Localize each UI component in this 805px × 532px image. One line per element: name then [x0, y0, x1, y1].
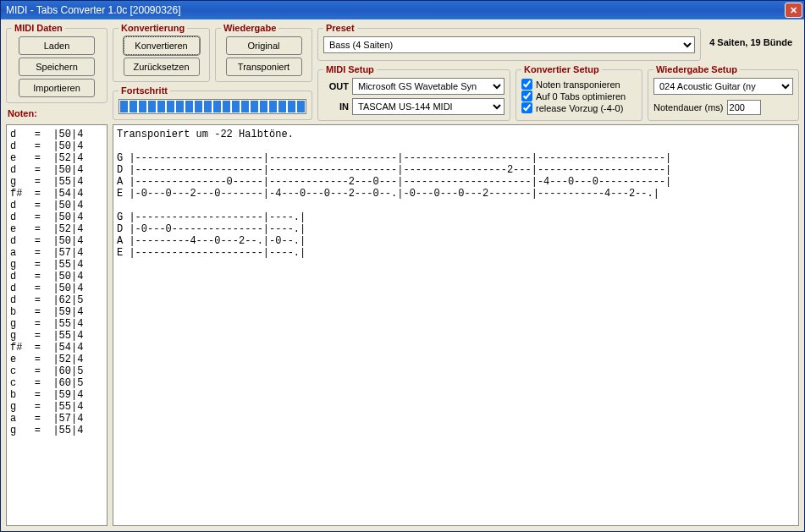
speichern-button[interactable]: Speichern [19, 58, 95, 76]
laden-button[interactable]: Laden [19, 36, 95, 55]
notendauer-input[interactable] [727, 100, 761, 115]
in-label: IN [323, 101, 349, 112]
content-area: MIDI Daten Laden Speichern Importieren N… [1, 19, 804, 531]
titlebar: MIDI - Tabs Converter 1.0c [20090326] ✕ [1, 1, 804, 19]
midi-setup-group: MIDI Setup OUT Microsoft GS Wavetable Sy… [317, 64, 510, 121]
release-vorzug-input[interactable] [521, 102, 532, 113]
tabs-pane[interactable]: Transponiert um -22 Halbtöne. G |-------… [113, 124, 799, 526]
preset-select[interactable]: Bass (4 Saiten) [323, 36, 695, 53]
window-title: MIDI - Tabs Converter 1.0c [20090326] [6, 4, 785, 16]
fortschritt-legend: Fortschritt [119, 85, 170, 96]
close-button[interactable]: ✕ [785, 3, 802, 18]
preset-legend: Preset [323, 23, 357, 33]
tabs-optimieren-input[interactable] [521, 90, 532, 101]
noten-label: Noten: [6, 105, 108, 118]
release-vorzug-checkbox[interactable]: release Vorzug (-4-0) [521, 102, 637, 113]
left-column: MIDI Daten Laden Speichern Importieren N… [6, 23, 108, 121]
fortschritt-group: Fortschritt [113, 85, 312, 120]
konvertierung-group: Konvertierung Konvertieren Zurücksetzen [113, 23, 210, 82]
preset-group: Preset Bass (4 Saiten) [317, 23, 701, 61]
konvertier-setup-group: Konvertier Setup Noten transponieren Auf… [516, 64, 642, 121]
close-icon: ✕ [790, 5, 797, 16]
progress-bar [119, 99, 306, 114]
original-button[interactable]: Original [226, 36, 302, 55]
konvertieren-button[interactable]: Konvertieren [124, 36, 200, 55]
main-panels: d = |50|4 d = |50|4 e = |52|4 d = |50|4 … [6, 124, 799, 526]
midi-out-select[interactable]: Microsoft GS Wavetable Syn [352, 78, 505, 95]
notes-pane[interactable]: d = |50|4 d = |50|4 e = |52|4 d = |50|4 … [6, 124, 108, 526]
wiedergabe-setup-legend: Wiedergabe Setup [653, 64, 740, 74]
midi-daten-legend: MIDI Daten [12, 23, 65, 33]
zuruecksetzen-button[interactable]: Zurücksetzen [124, 58, 200, 76]
middle-column: Konvertierung Konvertieren Zurücksetzen … [113, 23, 312, 121]
noten-transponieren-input[interactable] [521, 79, 532, 90]
tabs-optimieren-checkbox[interactable]: Auf 0 Tabs optimieren [521, 90, 637, 101]
preset-row: Preset Bass (4 Saiten) 4 Saiten, 19 Bünd… [317, 23, 799, 61]
app-window: MIDI - Tabs Converter 1.0c [20090326] ✕ … [0, 0, 805, 532]
midi-daten-group: MIDI Daten Laden Speichern Importieren [6, 23, 108, 103]
preset-info: 4 Saiten, 19 Bünde [709, 37, 799, 47]
konvertierung-legend: Konvertierung [119, 23, 187, 33]
transponiert-button[interactable]: Transponiert [226, 58, 302, 76]
notendauer-label: Notendauer (ms) [653, 102, 724, 112]
instrument-select[interactable]: 024 Acoustic Guitar (ny [653, 78, 793, 95]
wiedergabe-legend: Wiedergabe [221, 23, 278, 33]
out-label: OUT [323, 81, 349, 91]
setup-row: MIDI Setup OUT Microsoft GS Wavetable Sy… [317, 64, 799, 121]
top-controls-row: MIDI Daten Laden Speichern Importieren N… [6, 23, 799, 121]
wiedergabe-setup-group: Wiedergabe Setup 024 Acoustic Guitar (ny… [648, 64, 799, 121]
konvertier-setup-legend: Konvertier Setup [521, 64, 602, 74]
noten-transponieren-checkbox[interactable]: Noten transponieren [521, 79, 637, 90]
midi-setup-legend: MIDI Setup [323, 64, 377, 74]
midi-in-select[interactable]: TASCAM US-144 MIDI [352, 98, 505, 115]
wiedergabe-group: Wiedergabe Original Transponiert [215, 23, 312, 82]
right-column: Preset Bass (4 Saiten) 4 Saiten, 19 Bünd… [317, 23, 799, 121]
importieren-button[interactable]: Importieren [19, 79, 95, 97]
